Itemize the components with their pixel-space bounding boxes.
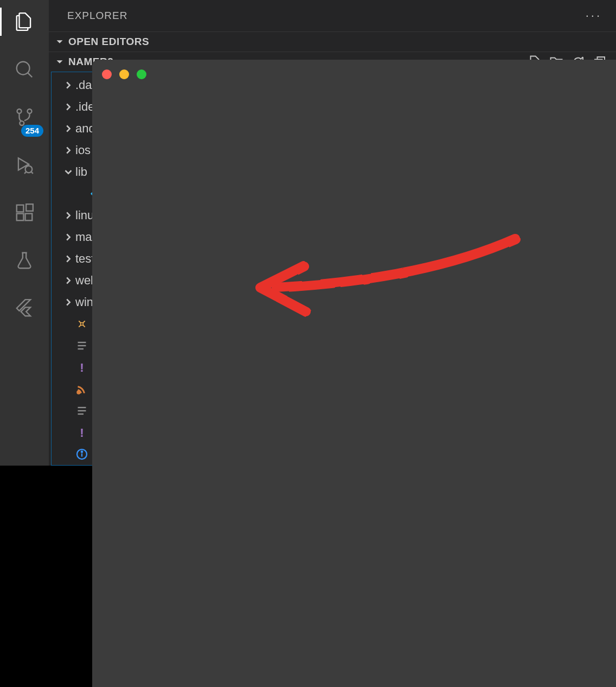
chevron-right-icon[interactable] — [61, 123, 75, 135]
beaker-icon — [14, 250, 35, 271]
activity-extensions[interactable] — [0, 199, 49, 227]
open-editors-label: OPEN EDITORS — [68, 36, 149, 48]
svg-point-4 — [20, 121, 24, 125]
chevron-right-icon[interactable] — [61, 275, 75, 287]
svg-point-20 — [78, 391, 80, 394]
chevron-right-icon[interactable] — [61, 79, 75, 91]
chevron-right-icon[interactable] — [61, 144, 75, 156]
svg-rect-12 — [26, 204, 33, 211]
svg-point-3 — [28, 109, 32, 113]
open-editors-section[interactable]: OPEN EDITORS — [49, 31, 616, 52]
chevron-right-icon[interactable] — [61, 253, 75, 265]
activity-flutter[interactable] — [0, 294, 49, 322]
svg-line-7 — [31, 172, 33, 174]
window-maximize-button[interactable] — [137, 69, 146, 79]
titlebar[interactable] — [92, 60, 616, 89]
activity-search[interactable] — [0, 55, 49, 84]
svg-point-27 — [81, 451, 82, 452]
explorer-more-icon[interactable]: ··· — [586, 9, 602, 23]
flutter-icon — [14, 298, 35, 319]
window-close-button[interactable] — [102, 69, 112, 79]
explorer-title: EXPLORER — [67, 10, 127, 22]
svg-rect-10 — [17, 214, 24, 221]
svg-text:!: ! — [80, 426, 84, 439]
activity-bar: 254 — [0, 0, 49, 466]
lines-icon — [75, 404, 88, 417]
files-icon — [14, 11, 35, 32]
chevron-down-icon — [53, 35, 66, 48]
excl-icon: ! — [75, 426, 88, 439]
activity-explorer[interactable] — [0, 8, 49, 36]
window-minimize-button[interactable] — [119, 69, 129, 79]
activity-source-control[interactable]: 254 — [0, 103, 49, 131]
chevron-right-icon[interactable] — [61, 209, 75, 221]
svg-point-0 — [17, 62, 30, 75]
svg-rect-11 — [25, 214, 33, 221]
svg-text:!: ! — [80, 361, 84, 374]
activity-testing[interactable] — [0, 246, 49, 275]
extensions-icon — [14, 202, 35, 223]
chevron-down-icon[interactable] — [61, 166, 75, 178]
chevron-right-icon[interactable] — [61, 296, 75, 308]
svg-point-2 — [17, 109, 22, 113]
lines-icon — [75, 339, 88, 352]
svg-point-5 — [25, 166, 33, 173]
vscode-window — [92, 60, 616, 687]
explorer-header: EXPLORER ··· — [49, 0, 616, 31]
scm-badge: 254 — [21, 125, 43, 137]
excl-icon: ! — [75, 361, 88, 374]
svg-line-1 — [28, 73, 32, 77]
git-icon — [75, 317, 88, 330]
info-icon — [75, 448, 88, 461]
feed-icon — [75, 383, 88, 396]
chevron-down-icon — [53, 55, 66, 68]
chevron-right-icon[interactable] — [61, 231, 75, 243]
svg-rect-9 — [17, 205, 24, 212]
search-icon — [14, 59, 35, 80]
run-debug-icon — [14, 155, 35, 175]
activity-run-debug[interactable] — [0, 151, 49, 179]
chevron-right-icon[interactable] — [61, 101, 75, 113]
svg-line-8 — [24, 172, 26, 174]
